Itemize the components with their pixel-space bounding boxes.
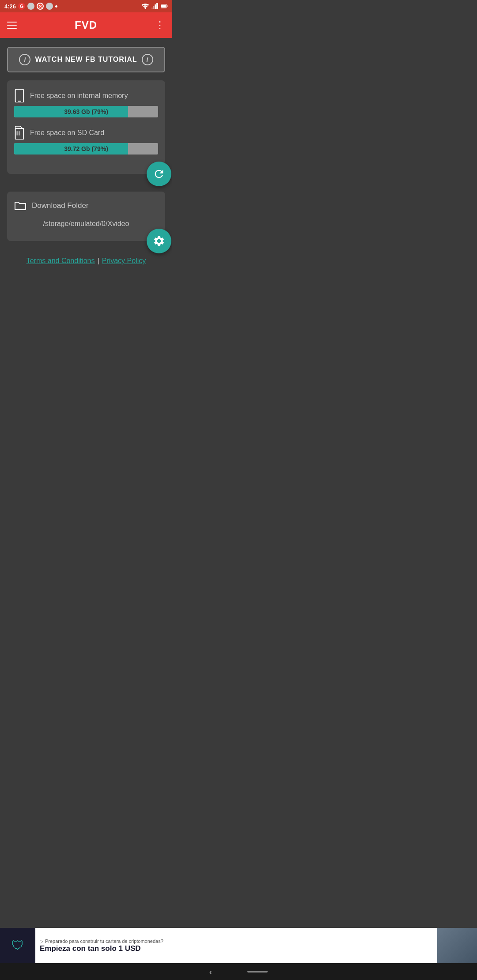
app-title: FVD bbox=[75, 19, 97, 31]
status-right bbox=[141, 3, 168, 9]
svg-rect-13 bbox=[19, 131, 20, 135]
battery-icon bbox=[161, 3, 168, 9]
tutorial-button-label: WATCH NEW FB TUTORIAL bbox=[35, 56, 137, 64]
more-options-button[interactable]: ⋮ bbox=[155, 19, 165, 31]
phone-icon bbox=[14, 89, 25, 102]
tutorial-button[interactable]: i WATCH NEW FB TUTORIAL i bbox=[7, 47, 165, 72]
internal-storage-row: Free space on internal memory 39.63 Gb (… bbox=[14, 89, 158, 117]
hamburger-menu-button[interactable] bbox=[7, 22, 17, 29]
internal-value: 39.63 Gb (79%) bbox=[64, 108, 108, 115]
main-content: i WATCH NEW FB TUTORIAL i Free space on … bbox=[0, 38, 172, 340]
sd-label: Free space on SD Card bbox=[30, 129, 104, 137]
terms-link[interactable]: Terms and Conditions bbox=[26, 257, 95, 264]
refresh-icon bbox=[153, 168, 165, 180]
folder-card: Download Folder /storage/emulated/0/Xvid… bbox=[7, 192, 165, 241]
internal-label: Free space on internal memory bbox=[30, 92, 128, 100]
svg-rect-8 bbox=[15, 89, 24, 102]
sdcard-icon bbox=[14, 126, 25, 139]
svg-rect-3 bbox=[153, 6, 154, 9]
storage-card: Free space on internal memory 39.63 Gb (… bbox=[7, 80, 165, 174]
info-icon-right: i bbox=[142, 54, 153, 65]
links-row: Terms and Conditions|Privacy Policy bbox=[7, 257, 165, 265]
privacy-link[interactable]: Privacy Policy bbox=[102, 257, 146, 264]
sd-storage-row: Free space on SD Card 39.72 Gb (79%) bbox=[14, 126, 158, 155]
svg-rect-7 bbox=[161, 5, 166, 8]
sd-value: 39.72 Gb (79%) bbox=[64, 145, 108, 152]
wifi-icon bbox=[141, 3, 149, 9]
folder-icon bbox=[14, 200, 26, 211]
status-left: 4:26 G ✕ bbox=[4, 3, 57, 10]
link-separator: | bbox=[98, 257, 99, 264]
svg-rect-6 bbox=[167, 5, 167, 7]
svg-rect-9 bbox=[18, 101, 21, 102]
status-time: 4:26 bbox=[4, 3, 16, 10]
toolbar: FVD ⋮ bbox=[0, 12, 172, 38]
close-icon: ✕ bbox=[37, 3, 44, 10]
info-icon-left: i bbox=[19, 54, 30, 65]
settings-fab-button[interactable] bbox=[147, 229, 171, 253]
signal-icon bbox=[151, 3, 159, 9]
folder-path: /storage/emulated/0/Xvideo bbox=[14, 217, 158, 230]
svg-rect-4 bbox=[151, 8, 152, 9]
internal-progress-bar: 39.63 Gb (79%) bbox=[14, 106, 158, 117]
svg-rect-12 bbox=[16, 131, 18, 135]
folder-label: Download Folder bbox=[32, 201, 89, 210]
google-icon: G bbox=[18, 3, 25, 10]
svg-rect-2 bbox=[155, 4, 156, 9]
dot-icon bbox=[55, 5, 57, 8]
svg-rect-1 bbox=[156, 3, 158, 9]
settings-icon bbox=[153, 235, 165, 247]
circle-icon-1 bbox=[27, 3, 34, 10]
sd-progress-bar: 39.72 Gb (79%) bbox=[14, 143, 158, 155]
circle-icon-2 bbox=[46, 3, 53, 10]
status-bar: 4:26 G ✕ bbox=[0, 0, 172, 12]
refresh-fab-button[interactable] bbox=[147, 162, 171, 186]
